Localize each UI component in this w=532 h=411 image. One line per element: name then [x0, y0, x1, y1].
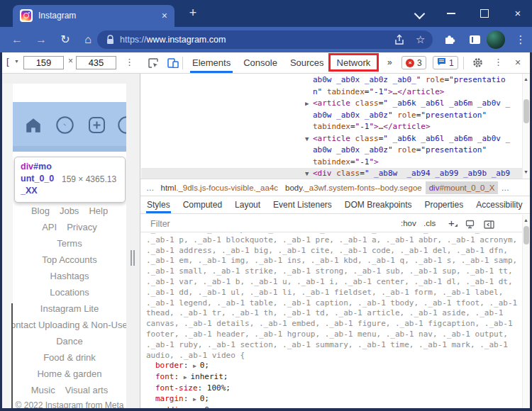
rendering-emulation-icon[interactable]: [465, 219, 475, 232]
breadcrumb-item[interactable]: html._9dls.js-focus-visible._aa4c: [157, 181, 282, 194]
css-selector-line[interactable]: footer, ._ab-1 header, ._ab-1 hgroup, ._…: [146, 330, 522, 340]
elements-code-line[interactable]: ab0w _ab0x _ab0z _ab0_" role="presentati…: [305, 74, 522, 86]
elements-code-line[interactable]: n" tabindex="-1">…</article>: [305, 86, 522, 98]
css-selector-line[interactable]: ._ab-1 ruby, ._ab-1 section, ._ab-1 summ…: [146, 340, 522, 351]
messenger-icon[interactable]: [55, 116, 74, 137]
device-toolbar-toggle-icon[interactable]: [167, 58, 179, 71]
element-classes-toggle[interactable]: .cls: [423, 214, 436, 232]
elements-code-line[interactable]: ▼<article class=" _ab6k _ab6l _ab6m _ab0…: [305, 133, 522, 145]
profile-avatar[interactable]: [487, 30, 505, 49]
css-selector-line[interactable]: thead, ._ab-1 tr, ._ab-1 th, ._ab-1 td, …: [146, 308, 522, 319]
breadcrumb-item[interactable]: div#mount_0_0_X: [426, 181, 499, 194]
elements-code-line[interactable]: ab0w _ab0x _ab0z" role="presentation": [305, 145, 522, 157]
breadcrumb-overflow[interactable]: …: [143, 184, 157, 192]
footer-link[interactable]: Blog: [31, 206, 50, 216]
expand-arrow-icon[interactable]: ▶: [193, 396, 200, 402]
footer-link[interactable]: Top Accounts: [42, 254, 96, 265]
css-selector-line[interactable]: ._ab-1 em, ._ab-1 img, ._ab-1 ins, ._ab-…: [146, 256, 522, 266]
home-nav-icon[interactable]: [24, 116, 43, 137]
forward-icon[interactable]: →: [33, 27, 50, 52]
new-tab-button[interactable]: +: [184, 3, 201, 23]
breadcrumb-overflow[interactable]: …: [498, 184, 512, 192]
tab-search-chevron-icon[interactable]: [414, 9, 426, 20]
browser-tab-instagram[interactable]: Instagram ×: [13, 5, 174, 27]
expand-arrow-icon[interactable]: ▶: [193, 363, 200, 369]
footer-link[interactable]: Dance: [56, 336, 83, 347]
footer-link[interactable]: Food & drink: [43, 352, 96, 363]
viewport-height-input[interactable]: [76, 56, 116, 69]
pseudo-state-toggle[interactable]: :hov: [401, 214, 416, 232]
device-toolbar-menu-icon[interactable]: ⋮: [125, 57, 134, 67]
address-bar[interactable]: https://www.instagram.com ☆: [97, 30, 433, 49]
css-property[interactable]: margin: ▶ 0;: [146, 394, 522, 405]
footer-link[interactable]: Home & garden: [37, 368, 101, 379]
explore-icon[interactable]: [117, 116, 126, 137]
scroll-up-icon[interactable]: ▲: [523, 218, 528, 223]
footer-link[interactable]: Visual arts: [65, 385, 108, 395]
css-selector-line[interactable]: ._ab-1 var, ._ab-1 b, ._ab-1 u, ._ab-1 i…: [146, 277, 522, 288]
new-post-icon[interactable]: [87, 116, 106, 137]
styles-filter-input[interactable]: [149, 216, 386, 232]
elements-code-line[interactable]: ab0w _ab0x _ab0z" role="presentation": [305, 110, 522, 122]
error-badge[interactable]: × 3: [401, 56, 426, 69]
minimize-button[interactable]: [447, 13, 455, 14]
url-text[interactable]: https://www.instagram.com: [120, 30, 226, 49]
expand-arrow-icon[interactable]: ▶: [184, 374, 191, 381]
css-selector-line[interactable]: canvas, ._ab-1 details, ._ab-1 embed, ._…: [146, 319, 522, 330]
side-panel-icon[interactable]: [470, 35, 480, 44]
footer-link[interactable]: Privacy: [67, 222, 97, 232]
computed-sidebar-toggle-icon[interactable]: [484, 219, 494, 232]
device-type-dropdown[interactable]: [: [6, 56, 9, 67]
footer-link[interactable]: Help: [89, 206, 108, 216]
devtools-close-icon[interactable]: ×: [510, 52, 526, 73]
devtools-menu-icon[interactable]: ⋮: [494, 57, 503, 67]
pane-tab-dom-breakpoints[interactable]: DOM Breakpoints: [338, 196, 419, 213]
home-icon[interactable]: ⌂: [79, 27, 96, 52]
scroll-up-icon[interactable]: ▲: [523, 77, 528, 81]
expand-arrow-icon[interactable]: ▶: [305, 98, 313, 110]
footer-link[interactable]: Locations: [50, 287, 89, 298]
footer-link[interactable]: API: [42, 222, 57, 232]
extensions-icon[interactable]: [444, 34, 455, 48]
css-property[interactable]: border: ▶ 0;: [146, 361, 522, 372]
maximize-button[interactable]: [480, 9, 489, 18]
bookmark-star-icon[interactable]: ☆: [416, 30, 425, 49]
css-property[interactable]: font: ▶ inherit;: [146, 372, 522, 383]
css-selector-line[interactable]: ._ab-1 p, ._ab-1 blockquote, ._ab-1 pre,…: [146, 235, 522, 246]
css-selector-line[interactable]: ._ab-1 legend, ._ab-1 table, ._ab-1 capt…: [146, 298, 522, 309]
elements-code-line[interactable]: tabindex="-1">…</article>: [305, 121, 522, 133]
viewport-resize-handle[interactable]: [133, 250, 135, 266]
tab-close-icon[interactable]: ×: [162, 5, 167, 26]
pane-tab-properties[interactable]: Properties: [419, 196, 470, 213]
css-selector-line[interactable]: ._ab-1 small, ._ab-1 strike, ._ab-1 stro…: [146, 266, 522, 277]
pane-tab-layout[interactable]: Layout: [228, 196, 267, 213]
share-icon[interactable]: [394, 34, 405, 48]
more-tabs-chevron[interactable]: »: [387, 52, 392, 73]
scrollbar-thumb[interactable]: [523, 226, 529, 244]
footer-link[interactable]: Contact Uploading & Non-Users: [13, 320, 126, 330]
scrollbar-thumb[interactable]: [523, 99, 529, 123]
settings-gear-icon[interactable]: [472, 57, 483, 71]
pane-tab-event-listeners[interactable]: Event Listeners: [267, 196, 338, 213]
breadcrumb-item[interactable]: body._a3wf.system-fonts--body.segoe: [282, 181, 426, 194]
browser-menu-icon[interactable]: ⋮: [514, 27, 528, 52]
devtools-tab-console[interactable]: Console: [237, 52, 284, 73]
devtools-tab-elements[interactable]: Elements: [186, 52, 237, 73]
pane-tab-computed[interactable]: Computed: [177, 196, 228, 213]
footer-link[interactable]: Music: [31, 385, 55, 395]
css-selector-line[interactable]: ._ab-1 address, ._ab-1 big, ._ab-1 cite,…: [146, 246, 522, 257]
devtools-tab-network[interactable]: Network: [331, 52, 377, 73]
css-selector-line[interactable]: ._ab-1 dd, ._ab-1 ul, ._ab-1 li, ._ab-1 …: [146, 288, 522, 298]
css-selector-line[interactable]: audio, ._ab-1 video {: [146, 351, 522, 361]
inspect-element-icon[interactable]: [148, 57, 159, 72]
back-icon[interactable]: ←: [9, 27, 26, 52]
elements-code-line[interactable]: tabindex="-1">: [305, 157, 522, 169]
devtools-tab-sources[interactable]: Sources: [284, 52, 331, 73]
window-close-button[interactable]: ×: [511, 0, 525, 27]
css-property[interactable]: font-size: 100%;: [146, 383, 522, 394]
footer-link[interactable]: Instagram Lite: [40, 303, 99, 314]
new-style-rule-button[interactable]: +: [448, 214, 455, 232]
footer-link[interactable]: Jobs: [60, 206, 79, 216]
pane-tab-styles[interactable]: Styles: [140, 196, 177, 213]
viewport-resize-handle[interactable]: [131, 250, 132, 266]
